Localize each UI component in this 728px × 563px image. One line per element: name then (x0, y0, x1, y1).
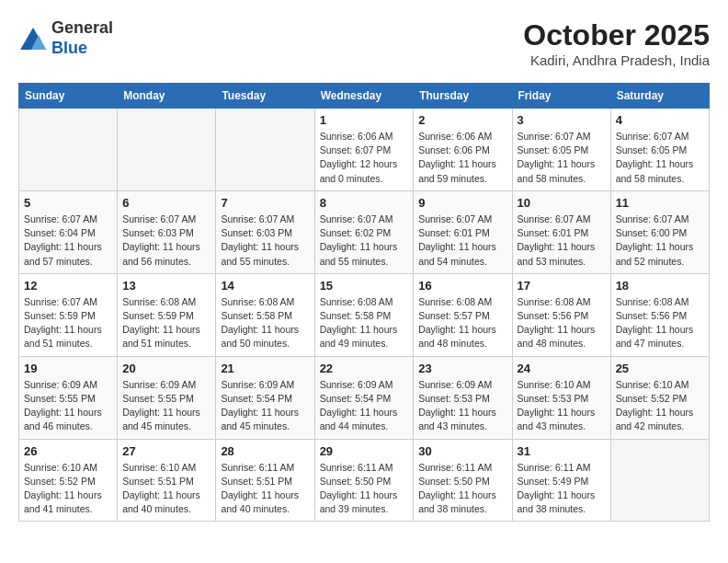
day-number: 9 (418, 196, 506, 210)
day-info: Sunrise: 6:11 AM Sunset: 5:51 PM Dayligh… (221, 461, 309, 517)
day-info: Sunrise: 6:08 AM Sunset: 5:58 PM Dayligh… (221, 295, 309, 351)
calendar-cell: 21Sunrise: 6:09 AM Sunset: 5:54 PM Dayli… (216, 356, 314, 439)
day-info: Sunrise: 6:09 AM Sunset: 5:53 PM Dayligh… (418, 378, 506, 434)
day-info: Sunrise: 6:07 AM Sunset: 6:02 PM Dayligh… (320, 213, 409, 269)
day-info: Sunrise: 6:07 AM Sunset: 5:59 PM Dayligh… (24, 295, 112, 351)
day-number: 14 (221, 279, 309, 293)
day-info: Sunrise: 6:09 AM Sunset: 5:54 PM Dayligh… (221, 378, 309, 434)
calendar-cell: 10Sunrise: 6:07 AM Sunset: 6:01 PM Dayli… (512, 190, 610, 273)
day-number: 1 (320, 113, 409, 127)
calendar-cell: 12Sunrise: 6:07 AM Sunset: 5:59 PM Dayli… (19, 273, 118, 356)
calendar-cell: 18Sunrise: 6:08 AM Sunset: 5:56 PM Dayli… (610, 273, 709, 356)
day-info: Sunrise: 6:11 AM Sunset: 5:50 PM Dayligh… (418, 461, 506, 517)
day-info: Sunrise: 6:11 AM Sunset: 5:50 PM Dayligh… (320, 461, 409, 517)
calendar-cell: 24Sunrise: 6:10 AM Sunset: 5:53 PM Dayli… (512, 356, 610, 439)
day-info: Sunrise: 6:10 AM Sunset: 5:51 PM Dayligh… (122, 461, 210, 517)
calendar-cell: 4Sunrise: 6:07 AM Sunset: 6:05 PM Daylig… (610, 109, 709, 191)
day-info: Sunrise: 6:08 AM Sunset: 5:57 PM Dayligh… (418, 295, 506, 351)
day-info: Sunrise: 6:09 AM Sunset: 5:55 PM Dayligh… (122, 378, 210, 434)
calendar-cell: 29Sunrise: 6:11 AM Sunset: 5:50 PM Dayli… (314, 439, 414, 522)
calendar-cell: 25Sunrise: 6:10 AM Sunset: 5:52 PM Dayli… (610, 356, 709, 439)
day-number: 25 (616, 362, 704, 375)
calendar-week-row: 26Sunrise: 6:10 AM Sunset: 5:52 PM Dayli… (19, 439, 710, 522)
day-number: 8 (320, 196, 409, 210)
day-info: Sunrise: 6:07 AM Sunset: 6:01 PM Dayligh… (418, 213, 506, 269)
calendar-cell (216, 109, 314, 191)
day-number: 31 (518, 444, 606, 458)
day-info: Sunrise: 6:07 AM Sunset: 6:01 PM Dayligh… (518, 213, 606, 269)
calendar-cell: 26Sunrise: 6:10 AM Sunset: 5:52 PM Dayli… (19, 439, 118, 522)
calendar-cell: 22Sunrise: 6:09 AM Sunset: 5:54 PM Dayli… (314, 356, 414, 439)
day-info: Sunrise: 6:07 AM Sunset: 6:03 PM Dayligh… (221, 213, 309, 269)
day-number: 15 (320, 279, 409, 293)
day-info: Sunrise: 6:10 AM Sunset: 5:52 PM Dayligh… (616, 378, 704, 434)
day-number: 26 (24, 444, 112, 458)
calendar-cell: 30Sunrise: 6:11 AM Sunset: 5:50 PM Dayli… (414, 439, 512, 522)
day-number: 20 (122, 362, 210, 375)
calendar-cell: 15Sunrise: 6:08 AM Sunset: 5:58 PM Dayli… (314, 273, 414, 356)
calendar-cell: 17Sunrise: 6:08 AM Sunset: 5:56 PM Dayli… (512, 273, 610, 356)
day-info: Sunrise: 6:08 AM Sunset: 5:56 PM Dayligh… (616, 295, 704, 351)
calendar-cell: 27Sunrise: 6:10 AM Sunset: 5:51 PM Dayli… (118, 439, 216, 522)
weekday-header: Thursday (414, 84, 512, 109)
day-number: 19 (24, 362, 112, 375)
calendar-cell: 9Sunrise: 6:07 AM Sunset: 6:01 PM Daylig… (414, 190, 512, 273)
weekday-header: Friday (512, 84, 610, 109)
calendar-body: 1Sunrise: 6:06 AM Sunset: 6:07 PM Daylig… (19, 109, 710, 522)
day-number: 30 (418, 444, 506, 458)
day-info: Sunrise: 6:07 AM Sunset: 6:03 PM Dayligh… (122, 213, 210, 269)
day-number: 12 (24, 279, 112, 293)
calendar-cell: 31Sunrise: 6:11 AM Sunset: 5:49 PM Dayli… (512, 439, 610, 522)
weekday-header: Monday (118, 84, 216, 109)
day-number: 21 (221, 362, 309, 375)
calendar-cell: 6Sunrise: 6:07 AM Sunset: 6:03 PM Daylig… (118, 190, 216, 273)
day-info: Sunrise: 6:08 AM Sunset: 5:58 PM Dayligh… (320, 295, 409, 351)
calendar-table: SundayMondayTuesdayWednesdayThursdayFrid… (18, 83, 710, 522)
weekday-header: Wednesday (314, 84, 414, 109)
calendar-cell: 13Sunrise: 6:08 AM Sunset: 5:59 PM Dayli… (118, 273, 216, 356)
calendar-week-row: 5Sunrise: 6:07 AM Sunset: 6:04 PM Daylig… (19, 190, 710, 273)
day-number: 2 (418, 113, 506, 127)
calendar-cell (610, 439, 709, 522)
day-number: 17 (518, 279, 606, 293)
day-number: 13 (122, 279, 210, 293)
day-info: Sunrise: 6:07 AM Sunset: 6:05 PM Dayligh… (616, 130, 704, 186)
day-number: 27 (122, 444, 210, 458)
calendar-cell: 5Sunrise: 6:07 AM Sunset: 6:04 PM Daylig… (19, 190, 118, 273)
day-number: 29 (320, 444, 409, 458)
weekday-header: Tuesday (216, 84, 314, 109)
calendar-header-row: SundayMondayTuesdayWednesdayThursdayFrid… (19, 84, 710, 109)
calendar-cell: 19Sunrise: 6:09 AM Sunset: 5:55 PM Dayli… (19, 356, 118, 439)
logo-general-text: General (51, 18, 113, 39)
logo-icon (18, 26, 48, 52)
day-number: 16 (418, 279, 506, 293)
day-number: 10 (518, 196, 606, 210)
calendar-cell: 28Sunrise: 6:11 AM Sunset: 5:51 PM Dayli… (216, 439, 314, 522)
day-number: 5 (24, 196, 112, 210)
calendar-cell: 14Sunrise: 6:08 AM Sunset: 5:58 PM Dayli… (216, 273, 314, 356)
day-info: Sunrise: 6:08 AM Sunset: 5:59 PM Dayligh… (122, 295, 210, 351)
weekday-header: Saturday (610, 84, 709, 109)
calendar-cell: 23Sunrise: 6:09 AM Sunset: 5:53 PM Dayli… (414, 356, 512, 439)
calendar-week-row: 12Sunrise: 6:07 AM Sunset: 5:59 PM Dayli… (19, 273, 710, 356)
logo: General Blue (18, 18, 113, 58)
calendar-cell: 3Sunrise: 6:07 AM Sunset: 6:05 PM Daylig… (512, 109, 610, 191)
day-number: 24 (518, 362, 606, 375)
calendar-cell: 20Sunrise: 6:09 AM Sunset: 5:55 PM Dayli… (118, 356, 216, 439)
calendar-cell: 11Sunrise: 6:07 AM Sunset: 6:00 PM Dayli… (610, 190, 709, 273)
calendar-cell (118, 109, 216, 191)
day-info: Sunrise: 6:10 AM Sunset: 5:53 PM Dayligh… (518, 378, 606, 434)
day-number: 22 (320, 362, 409, 375)
calendar-cell (19, 109, 118, 191)
day-info: Sunrise: 6:11 AM Sunset: 5:49 PM Dayligh… (518, 461, 606, 517)
day-number: 4 (616, 113, 704, 127)
day-info: Sunrise: 6:07 AM Sunset: 6:00 PM Dayligh… (616, 213, 704, 269)
day-info: Sunrise: 6:07 AM Sunset: 6:04 PM Dayligh… (24, 213, 112, 269)
day-number: 6 (122, 196, 210, 210)
day-info: Sunrise: 6:08 AM Sunset: 5:56 PM Dayligh… (518, 295, 606, 351)
month-title: October 2025 (523, 18, 710, 52)
calendar-cell: 8Sunrise: 6:07 AM Sunset: 6:02 PM Daylig… (314, 190, 414, 273)
day-info: Sunrise: 6:09 AM Sunset: 5:54 PM Dayligh… (320, 378, 409, 434)
calendar-week-row: 1Sunrise: 6:06 AM Sunset: 6:07 PM Daylig… (19, 109, 710, 191)
weekday-header: Sunday (19, 84, 118, 109)
